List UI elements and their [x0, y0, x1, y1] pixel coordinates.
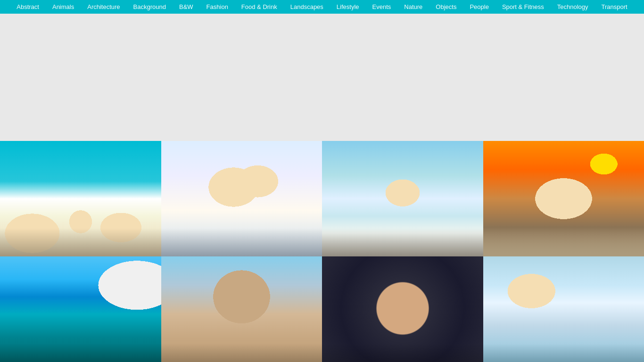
- grid-item[interactable]: [0, 256, 161, 362]
- grid-item[interactable]: [483, 141, 644, 256]
- nav-item-events[interactable]: Events: [366, 3, 398, 10]
- grid-item[interactable]: [161, 141, 322, 256]
- nav-item-objects[interactable]: Objects: [429, 3, 463, 10]
- nav-item-lifestyle[interactable]: Lifestyle: [330, 3, 366, 10]
- nav-item-transport[interactable]: Transport: [595, 3, 634, 10]
- main-navigation: AbstractAnimalsArchitectureBackgroundB&W…: [0, 0, 644, 14]
- grid-item[interactable]: [322, 141, 483, 256]
- nav-item-technology[interactable]: Technology: [551, 3, 595, 10]
- nav-item-architecture[interactable]: Architecture: [81, 3, 126, 10]
- grid-item[interactable]: [483, 256, 644, 362]
- nav-item-sport-fitness[interactable]: Sport & Fitness: [495, 3, 551, 10]
- nav-item-food-drink[interactable]: Food & Drink: [235, 3, 284, 10]
- hero-section: [0, 14, 644, 141]
- grid-item[interactable]: [322, 256, 483, 362]
- nav-item-background[interactable]: Background: [127, 3, 173, 10]
- nav-item-people[interactable]: People: [463, 3, 495, 10]
- nav-item-abstract[interactable]: Abstract: [10, 3, 46, 10]
- nav-item-bw[interactable]: B&W: [173, 3, 200, 10]
- nav-item-nature[interactable]: Nature: [397, 3, 429, 10]
- nav-item-animals[interactable]: Animals: [46, 3, 81, 10]
- nav-item-fashion[interactable]: Fashion: [200, 3, 235, 10]
- grid-item[interactable]: [0, 141, 161, 256]
- nav-item-landscapes[interactable]: Landscapes: [284, 3, 330, 10]
- image-grid: [0, 141, 644, 362]
- grid-item[interactable]: [161, 256, 322, 362]
